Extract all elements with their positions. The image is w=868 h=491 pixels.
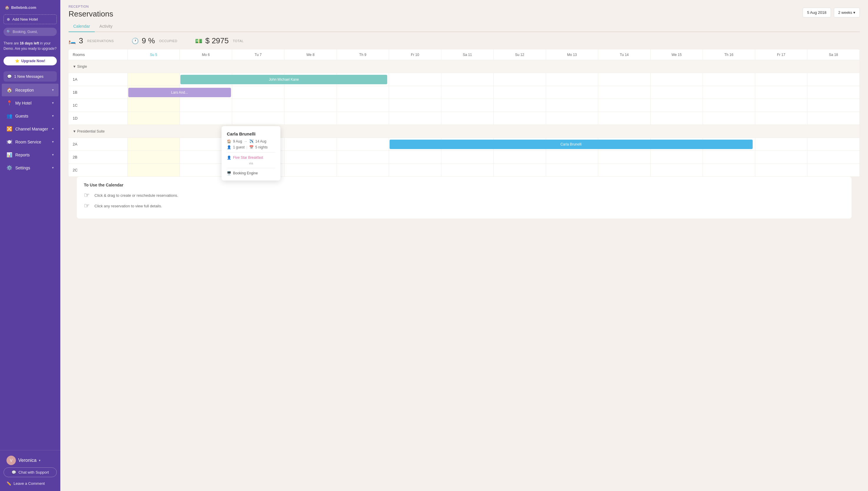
cell-1B-day-6[interactable] xyxy=(441,86,494,99)
cell-2A-day-13[interactable] xyxy=(807,138,860,151)
cell-2B-day-11[interactable] xyxy=(703,151,755,164)
upgrade-button[interactable]: ⭐ Upgrade Now! xyxy=(3,57,57,65)
cell-2C-day-0[interactable] xyxy=(127,164,180,177)
cell-1C-day-9[interactable] xyxy=(598,99,651,112)
calendar-container[interactable]: RoomsSu 5Mo 6Tu 7We 8Th 9Fr 10Sa 11Su 12… xyxy=(60,50,868,491)
cell-2B-day-7[interactable] xyxy=(493,151,546,164)
cell-1C-day-3[interactable] xyxy=(284,99,337,112)
cell-2C-day-5[interactable] xyxy=(389,164,441,177)
reservation-lars[interactable]: Lars And... xyxy=(128,88,231,97)
search-bar[interactable]: 🔍 Booking, Guest, xyxy=(3,28,57,36)
cell-2C-day-9[interactable] xyxy=(598,164,651,177)
cell-1C-day-10[interactable] xyxy=(651,99,703,112)
cell-1A-day-7[interactable] xyxy=(493,73,546,86)
cell-1A-day-8[interactable] xyxy=(546,73,598,86)
cell-2C-day-12[interactable] xyxy=(755,164,807,177)
cell-1A-day-12[interactable] xyxy=(755,73,807,86)
cell-2C-day-8[interactable] xyxy=(546,164,598,177)
cell-1D-day-10[interactable] xyxy=(651,112,703,125)
sidebar-item-settings[interactable]: ⚙️ Settings ▾ xyxy=(2,162,59,174)
reservation-john[interactable]: John Michael Kane xyxy=(180,75,387,84)
cell-2C-day-11[interactable] xyxy=(703,164,755,177)
cell-2A-day-0[interactable] xyxy=(127,138,180,151)
leave-comment-button[interactable]: ✏️ Leave a Comment xyxy=(3,479,57,488)
cell-1C-day-4[interactable] xyxy=(337,99,389,112)
cell-1D-day-12[interactable] xyxy=(755,112,807,125)
cell-1D-day-3[interactable] xyxy=(284,112,337,125)
cell-1D-day-13[interactable] xyxy=(807,112,860,125)
cell-1B-day-3[interactable] xyxy=(284,86,337,99)
cell-1D-day-11[interactable] xyxy=(703,112,755,125)
tab-activity[interactable]: Activity xyxy=(95,22,117,32)
cell-1C-day-2[interactable] xyxy=(232,99,284,112)
add-hotel-button[interactable]: ⊕ Add New Hotel xyxy=(3,15,57,24)
sidebar-item-reception[interactable]: 🏠 Reception ▾ xyxy=(2,84,59,96)
reservation-popup[interactable]: Carla Brunelli 🏠 9 Aug → ✈️ 14 Aug 👤 1 g… xyxy=(222,126,280,180)
cell-1D-day-2[interactable] xyxy=(232,112,284,125)
cell-2C-day-3[interactable] xyxy=(284,164,337,177)
reservation-carla[interactable]: Carla Brunelli xyxy=(390,140,752,149)
cell-1A-day-10[interactable] xyxy=(651,73,703,86)
cell-1D-day-5[interactable] xyxy=(389,112,441,125)
cell-1B-day-7[interactable] xyxy=(493,86,546,99)
cell-1B-day-11[interactable] xyxy=(703,86,755,99)
cell-1D-day-8[interactable] xyxy=(546,112,598,125)
cell-1B-day-0[interactable]: Lars And... xyxy=(127,86,180,99)
cell-1A-day-5[interactable] xyxy=(389,73,441,86)
chat-support-button[interactable]: 💬 Chat with Support xyxy=(3,467,57,477)
cell-1C-day-8[interactable] xyxy=(546,99,598,112)
sidebar-item-guests[interactable]: 👥 Guests ▾ xyxy=(2,110,59,122)
cell-2B-day-13[interactable] xyxy=(807,151,860,164)
cell-1C-day-5[interactable] xyxy=(389,99,441,112)
sidebar-item-reports[interactable]: 📊 Reports ▾ xyxy=(2,148,59,161)
cell-1D-day-0[interactable] xyxy=(127,112,180,125)
cell-1C-day-13[interactable] xyxy=(807,99,860,112)
cell-2A-day-3[interactable] xyxy=(284,138,337,151)
cell-2B-day-6[interactable] xyxy=(441,151,494,164)
user-profile[interactable]: V Veronica ▾ xyxy=(3,453,57,467)
cell-1C-day-11[interactable] xyxy=(703,99,755,112)
cell-1B-day-2[interactable] xyxy=(232,86,284,99)
cell-1A-day-11[interactable] xyxy=(703,73,755,86)
sidebar-item-channel-manager[interactable]: 🔀 Channel Manager ▾ xyxy=(2,122,59,135)
cell-1B-day-5[interactable] xyxy=(389,86,441,99)
cell-1A-day-9[interactable] xyxy=(598,73,651,86)
cell-1A-day-0[interactable] xyxy=(127,73,180,86)
cell-2B-day-0[interactable] xyxy=(127,151,180,164)
cell-1C-day-6[interactable] xyxy=(441,99,494,112)
messages-badge[interactable]: 💬 1 New Messages xyxy=(3,71,57,82)
range-picker-button[interactable]: 2 weeks ▾ xyxy=(834,8,860,18)
cell-2B-day-10[interactable] xyxy=(651,151,703,164)
cell-2C-day-10[interactable] xyxy=(651,164,703,177)
sidebar-item-my-hotel[interactable]: 📍 My Hotel ▾ xyxy=(2,96,59,109)
cell-1D-day-6[interactable] xyxy=(441,112,494,125)
cell-2A-day-12[interactable] xyxy=(755,138,807,151)
cell-2C-day-13[interactable] xyxy=(807,164,860,177)
cell-2B-day-5[interactable] xyxy=(389,151,441,164)
cell-1C-day-7[interactable] xyxy=(493,99,546,112)
tab-calendar[interactable]: Calendar xyxy=(68,22,95,32)
cell-1D-day-4[interactable] xyxy=(337,112,389,125)
cell-1C-day-12[interactable] xyxy=(755,99,807,112)
cell-1D-day-1[interactable] xyxy=(180,112,232,125)
cell-2A-day-4[interactable] xyxy=(337,138,389,151)
cell-2C-day-4[interactable] xyxy=(337,164,389,177)
cell-2A-day-5[interactable]: Carla Brunelli xyxy=(389,138,441,151)
cell-1B-day-12[interactable] xyxy=(755,86,807,99)
cell-2C-day-6[interactable] xyxy=(441,164,494,177)
cell-2C-day-7[interactable] xyxy=(493,164,546,177)
date-picker-button[interactable]: 5 Aug 2018 xyxy=(803,8,831,18)
cell-2B-day-4[interactable] xyxy=(337,151,389,164)
cell-1A-day-13[interactable] xyxy=(807,73,860,86)
cell-1B-day-10[interactable] xyxy=(651,86,703,99)
cell-1D-day-7[interactable] xyxy=(493,112,546,125)
cell-1C-day-0[interactable] xyxy=(127,99,180,112)
cell-1A-day-1[interactable]: John Michael Kane xyxy=(180,73,232,86)
cell-2B-day-3[interactable] xyxy=(284,151,337,164)
cell-1B-day-9[interactable] xyxy=(598,86,651,99)
cell-2B-day-12[interactable] xyxy=(755,151,807,164)
cell-1B-day-13[interactable] xyxy=(807,86,860,99)
cell-1D-day-9[interactable] xyxy=(598,112,651,125)
cell-2B-day-9[interactable] xyxy=(598,151,651,164)
cell-1B-day-4[interactable] xyxy=(337,86,389,99)
